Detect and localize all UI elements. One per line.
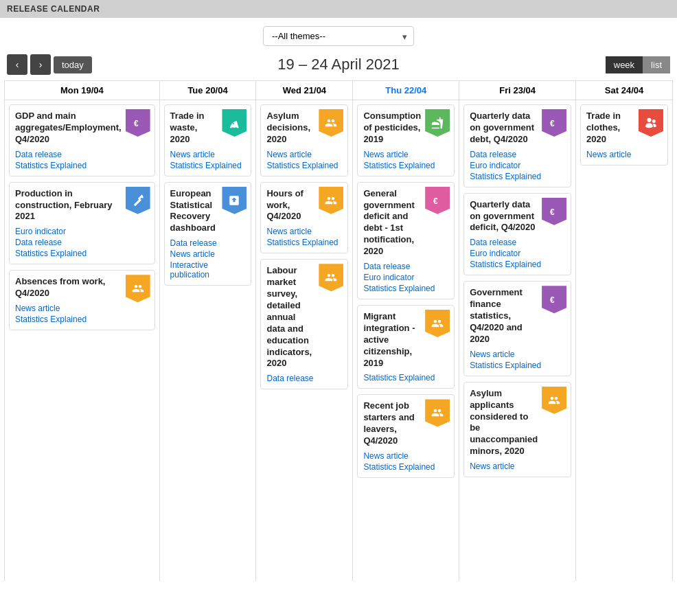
nav-bar: ‹ › today 19 – 24 April 2021 week list [0,54,677,80]
event-link[interactable]: Statistics Explained [363,462,448,472]
event-link[interactable]: Statistics Explained [470,260,565,269]
event-links: Data release [266,374,342,383]
event-links: News articleStatistics Explained [470,350,565,370]
event-links: News article [470,461,565,471]
day-column: €Quarterly data on government debt, Q4/2… [459,100,576,581]
event-link[interactable]: Data release [170,238,246,248]
event-icon: € [542,198,566,225]
event-card: Production in construction, February 202… [9,182,155,265]
event-card: Asylum applicants considered to be unacc… [463,382,571,477]
day-header: Sat 24/04 [576,81,673,100]
week-view-button[interactable]: week [606,56,643,73]
date-range-title: 19 – 24 April 2021 [277,56,399,73]
event-icon: € [425,187,450,214]
theme-select[interactable]: --All themes-- [263,26,414,46]
event-links: Data releaseEuro indicatorStatistics Exp… [363,262,448,293]
event-link[interactable]: Statistics Explained [470,172,565,181]
event-link[interactable]: News article [470,350,565,359]
event-link[interactable]: Euro indicator [15,227,149,236]
calendar-grid: Mon 19/04Tue 20/04Wed 21/04Thu 22/04Fri … [4,80,673,581]
day-header: Thu 22/04 [353,81,459,100]
event-card: Trade in clothes, 2020News article [580,104,668,166]
event-link[interactable]: News article [266,150,342,159]
event-links: News articleStatistics Explained [15,304,149,324]
next-button[interactable]: › [30,54,51,75]
event-link[interactable]: News article [15,304,149,313]
controls-bar: --All themes-- [0,18,677,54]
event-card: €Quarterly data on government deficit, Q… [463,193,571,276]
event-link[interactable]: Data release [470,150,565,159]
view-buttons: week list [606,56,670,73]
svg-text:€: € [550,119,555,128]
event-link[interactable]: News article [363,451,448,461]
event-link[interactable]: Euro indicator [470,161,565,170]
event-icon [425,399,450,426]
event-link[interactable]: News article [266,227,342,236]
day-column: Consumption of pesticides, 2019News arti… [353,100,459,581]
event-card: Trade in waste, 2020News articleStatisti… [164,104,252,176]
event-link[interactable]: Statistics Explained [266,161,342,170]
event-links: News article [586,150,662,159]
event-link[interactable]: Statistics Explained [266,238,342,247]
event-card: €Government finance statistics, Q4/2020 … [463,281,571,376]
event-icon [126,275,150,302]
event-link[interactable]: News article [363,150,448,159]
event-icon: € [542,286,566,313]
day-header: Tue 20/04 [160,81,257,100]
event-link[interactable]: News article [170,249,246,259]
event-links: News articleStatistics Explained [266,227,342,247]
event-links: News articleStatistics Explained [266,150,342,170]
event-link[interactable]: Statistics Explained [170,161,246,170]
event-icon [126,187,150,214]
event-links: Data releaseStatistics Explained [15,150,149,170]
event-link[interactable]: News article [586,150,662,159]
event-icon: € [542,109,566,137]
event-link[interactable]: Statistics Explained [15,161,149,170]
event-links: News articleStatistics Explained [363,451,448,472]
event-card: Asylum decisions, 2020News articleStatis… [260,104,348,176]
event-links: Data releaseEuro indicatorStatistics Exp… [470,150,565,181]
event-icon [425,310,450,337]
event-card: €General government deficit and debt - 1… [357,182,455,299]
event-link[interactable]: Statistics Explained [363,373,448,383]
event-icon [319,109,343,137]
event-link[interactable]: Data release [363,262,448,271]
event-icon [425,109,450,137]
day-header: Mon 19/04 [5,81,160,100]
list-view-button[interactable]: list [643,56,670,73]
event-link[interactable]: Data release [470,238,565,247]
event-link[interactable]: Data release [266,374,342,383]
event-link[interactable]: Statistics Explained [363,161,448,170]
today-button[interactable]: today [54,56,92,73]
event-link[interactable]: Euro indicator [470,249,565,258]
event-link[interactable]: Data release [15,150,149,159]
event-link[interactable]: News article [170,150,246,159]
day-header: Fri 23/04 [459,81,576,100]
event-card: European Statistical Recovery dashboardD… [164,182,252,286]
prev-button[interactable]: ‹ [7,54,27,75]
event-link[interactable]: Statistics Explained [470,361,565,370]
event-icon [639,109,663,137]
nav-left: ‹ › today [7,54,92,75]
event-link[interactable]: Euro indicator [363,273,448,282]
event-link[interactable]: Statistics Explained [15,249,149,258]
event-link[interactable]: Data release [15,238,149,247]
day-column: Asylum decisions, 2020News articleStatis… [256,100,353,581]
event-links: Euro indicatorData releaseStatistics Exp… [15,227,149,258]
event-links: Data releaseNews articleInteractive publ… [170,238,246,280]
svg-text:€: € [550,295,555,305]
svg-text:€: € [134,119,139,128]
event-links: News articleStatistics Explained [170,150,246,170]
event-links: News articleStatistics Explained [363,150,448,170]
app-title: RELEASE CALENDAR [7,4,100,14]
event-links: Statistics Explained [363,373,448,383]
event-link[interactable]: News article [470,461,565,471]
event-links: Data releaseEuro indicatorStatistics Exp… [470,238,565,269]
event-card: Consumption of pesticides, 2019News arti… [357,104,455,176]
event-link[interactable]: Statistics Explained [15,315,149,324]
svg-text:€: € [433,196,438,205]
header-bar: RELEASE CALENDAR [0,0,677,18]
event-link[interactable]: Interactive publication [170,260,246,280]
event-link[interactable]: Statistics Explained [363,284,448,293]
event-icon [319,264,343,291]
